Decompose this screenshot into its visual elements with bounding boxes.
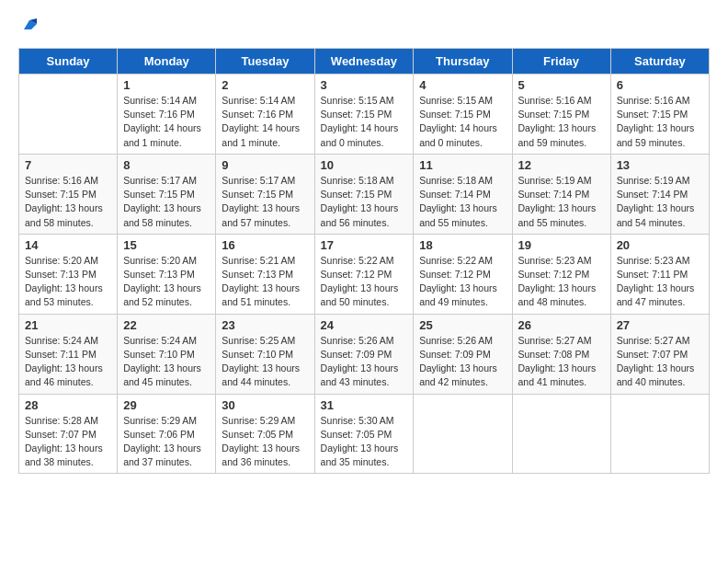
- day-info: Sunrise: 5:25 AM Sunset: 7:10 PM Dayligh…: [222, 334, 308, 390]
- weekday-header-wednesday: Wednesday: [314, 49, 414, 75]
- day-number: 29: [123, 398, 210, 412]
- weekday-header-monday: Monday: [118, 49, 216, 75]
- day-info: Sunrise: 5:27 AM Sunset: 7:08 PM Dayligh…: [518, 334, 605, 390]
- day-number: 6: [617, 78, 703, 92]
- day-info: Sunrise: 5:20 AM Sunset: 7:13 PM Dayligh…: [123, 254, 210, 310]
- day-number: 16: [222, 238, 308, 252]
- calendar-cell: 7Sunrise: 5:16 AM Sunset: 7:15 PM Daylig…: [19, 154, 118, 234]
- day-number: 17: [321, 238, 408, 252]
- calendar-cell: 1Sunrise: 5:14 AM Sunset: 7:16 PM Daylig…: [118, 75, 216, 155]
- day-number: 26: [518, 318, 605, 332]
- day-number: 31: [321, 398, 408, 412]
- calendar-cell: [414, 394, 512, 474]
- day-number: 5: [518, 78, 605, 92]
- calendar-cell: 29Sunrise: 5:29 AM Sunset: 7:06 PM Dayli…: [118, 394, 216, 474]
- day-number: 25: [419, 318, 506, 332]
- day-info: Sunrise: 5:16 AM Sunset: 7:15 PM Dayligh…: [617, 94, 703, 150]
- day-number: 27: [617, 318, 703, 332]
- weekday-header-sunday: Sunday: [19, 49, 118, 75]
- day-number: 14: [25, 238, 111, 252]
- calendar-cell: 9Sunrise: 5:17 AM Sunset: 7:15 PM Daylig…: [216, 154, 314, 234]
- calendar-cell: [610, 394, 709, 474]
- day-info: Sunrise: 5:18 AM Sunset: 7:15 PM Dayligh…: [321, 174, 408, 230]
- day-info: Sunrise: 5:14 AM Sunset: 7:16 PM Dayligh…: [123, 94, 210, 150]
- day-info: Sunrise: 5:20 AM Sunset: 7:13 PM Dayligh…: [25, 254, 111, 310]
- calendar-cell: 13Sunrise: 5:19 AM Sunset: 7:14 PM Dayli…: [610, 154, 709, 234]
- day-info: Sunrise: 5:15 AM Sunset: 7:15 PM Dayligh…: [321, 94, 408, 150]
- calendar-week-2: 7Sunrise: 5:16 AM Sunset: 7:15 PM Daylig…: [19, 154, 710, 234]
- calendar-cell: [512, 394, 610, 474]
- calendar-cell: 8Sunrise: 5:17 AM Sunset: 7:15 PM Daylig…: [118, 154, 216, 234]
- calendar-cell: 17Sunrise: 5:22 AM Sunset: 7:12 PM Dayli…: [314, 234, 414, 314]
- day-number: 20: [617, 238, 703, 252]
- day-info: Sunrise: 5:27 AM Sunset: 7:07 PM Dayligh…: [617, 334, 703, 390]
- day-number: 30: [222, 398, 308, 412]
- calendar-cell: 3Sunrise: 5:15 AM Sunset: 7:15 PM Daylig…: [314, 75, 414, 155]
- day-info: Sunrise: 5:18 AM Sunset: 7:14 PM Dayligh…: [419, 174, 506, 230]
- day-number: 13: [617, 158, 703, 172]
- day-number: 8: [123, 158, 210, 172]
- day-info: Sunrise: 5:26 AM Sunset: 7:09 PM Dayligh…: [321, 334, 408, 390]
- calendar-cell: 22Sunrise: 5:24 AM Sunset: 7:10 PM Dayli…: [118, 314, 216, 394]
- day-info: Sunrise: 5:29 AM Sunset: 7:05 PM Dayligh…: [222, 414, 308, 470]
- day-info: Sunrise: 5:23 AM Sunset: 7:11 PM Dayligh…: [617, 254, 703, 310]
- day-info: Sunrise: 5:17 AM Sunset: 7:15 PM Dayligh…: [222, 174, 308, 230]
- day-info: Sunrise: 5:29 AM Sunset: 7:06 PM Dayligh…: [123, 414, 210, 470]
- calendar-cell: 23Sunrise: 5:25 AM Sunset: 7:10 PM Dayli…: [216, 314, 314, 394]
- day-number: 12: [518, 158, 605, 172]
- day-number: 11: [419, 158, 506, 172]
- calendar-cell: 28Sunrise: 5:28 AM Sunset: 7:07 PM Dayli…: [19, 394, 118, 474]
- calendar-cell: 4Sunrise: 5:15 AM Sunset: 7:15 PM Daylig…: [414, 75, 512, 155]
- logo: [18, 18, 37, 33]
- calendar-cell: 24Sunrise: 5:26 AM Sunset: 7:09 PM Dayli…: [314, 314, 414, 394]
- day-info: Sunrise: 5:24 AM Sunset: 7:11 PM Dayligh…: [25, 334, 111, 390]
- calendar-cell: 11Sunrise: 5:18 AM Sunset: 7:14 PM Dayli…: [414, 154, 512, 234]
- calendar-cell: 2Sunrise: 5:14 AM Sunset: 7:16 PM Daylig…: [216, 75, 314, 155]
- day-number: 10: [321, 158, 408, 172]
- calendar-cell: 25Sunrise: 5:26 AM Sunset: 7:09 PM Dayli…: [414, 314, 512, 394]
- day-number: 22: [123, 318, 210, 332]
- day-number: 23: [222, 318, 308, 332]
- calendar-cell: 14Sunrise: 5:20 AM Sunset: 7:13 PM Dayli…: [19, 234, 118, 314]
- calendar-cell: 31Sunrise: 5:30 AM Sunset: 7:05 PM Dayli…: [314, 394, 414, 474]
- calendar-cell: 10Sunrise: 5:18 AM Sunset: 7:15 PM Dayli…: [314, 154, 414, 234]
- day-number: 1: [123, 78, 210, 92]
- calendar-cell: 12Sunrise: 5:19 AM Sunset: 7:14 PM Dayli…: [512, 154, 610, 234]
- calendar-cell: [19, 75, 118, 155]
- day-info: Sunrise: 5:17 AM Sunset: 7:15 PM Dayligh…: [123, 174, 210, 230]
- calendar-cell: 16Sunrise: 5:21 AM Sunset: 7:13 PM Dayli…: [216, 234, 314, 314]
- page-header: [18, 18, 710, 33]
- day-info: Sunrise: 5:22 AM Sunset: 7:12 PM Dayligh…: [321, 254, 408, 310]
- calendar-cell: 27Sunrise: 5:27 AM Sunset: 7:07 PM Dayli…: [610, 314, 709, 394]
- day-info: Sunrise: 5:24 AM Sunset: 7:10 PM Dayligh…: [123, 334, 210, 390]
- calendar-cell: 21Sunrise: 5:24 AM Sunset: 7:11 PM Dayli…: [19, 314, 118, 394]
- day-info: Sunrise: 5:26 AM Sunset: 7:09 PM Dayligh…: [419, 334, 506, 390]
- day-number: 9: [222, 158, 308, 172]
- day-number: 21: [25, 318, 111, 332]
- day-info: Sunrise: 5:15 AM Sunset: 7:15 PM Dayligh…: [419, 94, 506, 150]
- day-info: Sunrise: 5:16 AM Sunset: 7:15 PM Dayligh…: [25, 174, 111, 230]
- calendar-week-1: 1Sunrise: 5:14 AM Sunset: 7:16 PM Daylig…: [19, 75, 710, 155]
- calendar-cell: 15Sunrise: 5:20 AM Sunset: 7:13 PM Dayli…: [118, 234, 216, 314]
- day-number: 28: [25, 398, 111, 412]
- calendar-week-3: 14Sunrise: 5:20 AM Sunset: 7:13 PM Dayli…: [19, 234, 710, 314]
- day-info: Sunrise: 5:22 AM Sunset: 7:12 PM Dayligh…: [419, 254, 506, 310]
- day-info: Sunrise: 5:19 AM Sunset: 7:14 PM Dayligh…: [518, 174, 605, 230]
- calendar-cell: 20Sunrise: 5:23 AM Sunset: 7:11 PM Dayli…: [610, 234, 709, 314]
- day-number: 19: [518, 238, 605, 252]
- weekday-header-thursday: Thursday: [414, 49, 512, 75]
- day-info: Sunrise: 5:28 AM Sunset: 7:07 PM Dayligh…: [25, 414, 111, 470]
- day-number: 2: [222, 78, 308, 92]
- day-number: 15: [123, 238, 210, 252]
- weekday-header-friday: Friday: [512, 49, 610, 75]
- calendar-cell: 26Sunrise: 5:27 AM Sunset: 7:08 PM Dayli…: [512, 314, 610, 394]
- day-info: Sunrise: 5:23 AM Sunset: 7:12 PM Dayligh…: [518, 254, 605, 310]
- calendar-cell: 5Sunrise: 5:16 AM Sunset: 7:15 PM Daylig…: [512, 75, 610, 155]
- day-number: 4: [419, 78, 506, 92]
- day-info: Sunrise: 5:14 AM Sunset: 7:16 PM Dayligh…: [222, 94, 308, 150]
- calendar-week-5: 28Sunrise: 5:28 AM Sunset: 7:07 PM Dayli…: [19, 394, 710, 474]
- day-info: Sunrise: 5:19 AM Sunset: 7:14 PM Dayligh…: [617, 174, 703, 230]
- day-number: 24: [321, 318, 408, 332]
- calendar-table: SundayMondayTuesdayWednesdayThursdayFrid…: [18, 48, 710, 474]
- calendar-week-4: 21Sunrise: 5:24 AM Sunset: 7:11 PM Dayli…: [19, 314, 710, 394]
